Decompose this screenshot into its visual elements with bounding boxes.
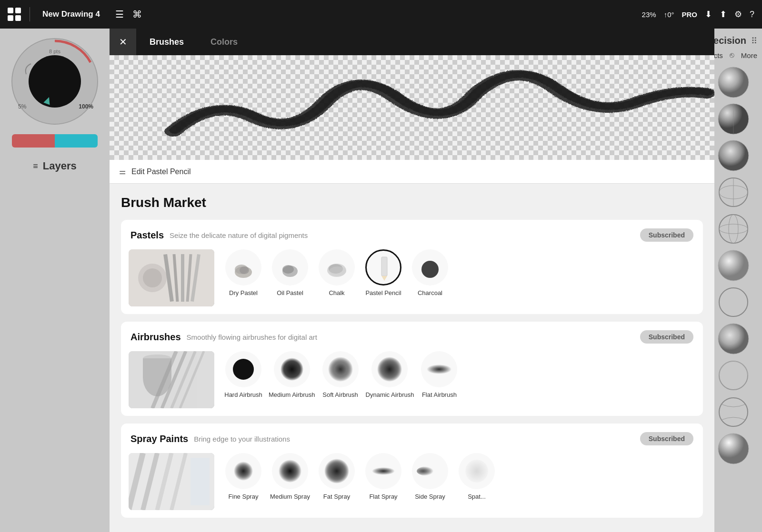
svg-point-14: [719, 288, 748, 316]
svg-point-38: [423, 263, 433, 272]
sphere-thumb-2[interactable]: [716, 102, 751, 136]
settings-icon[interactable]: ⚙: [734, 9, 742, 20]
opacity-right: 100%: [79, 103, 93, 110]
brush-item-pastel-pencil[interactable]: Pastel Pencil: [362, 249, 405, 297]
airbrushes-header: Airbrushes Smoothly flowing airbrushes f…: [121, 322, 703, 344]
svg-point-13: [718, 250, 749, 281]
spray-paints-subscribed-badge: Subscribed: [640, 432, 693, 445]
charcoal-icon: [415, 252, 445, 283]
brush-item-charcoal[interactable]: Charcoal: [409, 249, 451, 297]
download-icon[interactable]: ⬇: [705, 9, 712, 20]
layers-button[interactable]: ≡ Layers: [27, 157, 82, 175]
brush-tool-icon[interactable]: ⌘: [132, 9, 142, 20]
fine-spray-label: Fine Spray: [229, 493, 259, 501]
sphere-thumb-4[interactable]: [716, 175, 751, 209]
airbrushes-content: Hard Airbrush: [121, 344, 703, 416]
zoom-display: 23%: [642, 10, 656, 19]
svg-point-62: [417, 466, 438, 476]
brush-item-fat-spray[interactable]: Fat Spray: [315, 453, 358, 501]
grid-dots-icon[interactable]: ⠿: [751, 36, 757, 46]
more-label[interactable]: More: [741, 51, 757, 59]
left-panel: 8 pts 5% 100% ≡ Layers: [0, 29, 110, 532]
pro-badge: PRO: [682, 10, 697, 19]
pastels-preview-svg: [129, 249, 214, 306]
brush-item-side-spray[interactable]: Side Spray: [409, 453, 451, 501]
oil-pastel-icon: [275, 252, 305, 283]
sphere-thumb-5[interactable]: [716, 212, 751, 246]
object-tool-icon[interactable]: ⎋: [730, 51, 734, 59]
medium-airbrush-icon: [277, 354, 307, 384]
airbrushes-preview-svg: [129, 351, 214, 408]
modal-header: ✕ Brushes Colors: [110, 29, 714, 55]
svg-point-11: [719, 224, 748, 234]
brush-item-soft-airbrush[interactable]: Soft Airbrush: [319, 351, 362, 399]
brush-item-hard-airbrush[interactable]: Hard Airbrush: [222, 351, 265, 399]
brush-item-fine-spray[interactable]: Fine Spray: [222, 453, 265, 501]
svg-point-50: [377, 357, 402, 382]
flat-spray-label: Flat Spray: [369, 493, 397, 501]
sphere-thumb-9[interactable]: [716, 358, 751, 393]
svg-marker-36: [381, 276, 387, 281]
brush-item-medium-airbrush[interactable]: Medium Airbrush: [269, 351, 315, 399]
sphere-thumb-6[interactable]: [716, 248, 751, 283]
dynamic-airbrush-icon: [374, 354, 405, 384]
color-red[interactable]: [12, 134, 55, 148]
topbar-left: New Drawing 4 ☰ ⌘: [8, 7, 142, 21]
category-pastels: Pastels Seize the delicate nature of dig…: [121, 220, 703, 314]
color-teal[interactable]: [55, 134, 98, 148]
brush-item-oil-pastel[interactable]: Oil Pastel: [269, 249, 311, 297]
layers-icon: ≡: [33, 161, 38, 171]
brush-item-dynamic-airbrush[interactable]: Dynamic Airbrush: [366, 351, 414, 399]
svg-point-58: [234, 462, 253, 481]
svg-rect-35: [381, 257, 387, 276]
edit-pastel-label[interactable]: Edit Pastel Pencil: [131, 167, 191, 176]
spray-paints-desc: Bring edge to your illustrations: [194, 435, 290, 443]
menu-icon[interactable]: ☰: [115, 9, 124, 20]
topbar-icons: ☰ ⌘: [115, 9, 142, 20]
pastel-pencil-label: Pastel Pencil: [365, 289, 401, 297]
sliders-icon: ⚌: [119, 167, 126, 176]
svg-rect-57: [190, 458, 210, 505]
spray-paints-brush-items: Fine Spray: [214, 453, 703, 510]
svg-point-31: [282, 265, 294, 274]
color-bar[interactable]: [12, 134, 98, 148]
brush-item-flat-spray[interactable]: Flat Spray: [362, 453, 405, 501]
sphere-thumb-8[interactable]: [716, 322, 751, 356]
brush-item-dry-pastel[interactable]: Dry Pastel: [222, 249, 265, 297]
soft-airbrush-icon: [325, 354, 356, 384]
sphere-thumb-10[interactable]: [716, 395, 751, 429]
svg-point-12: [729, 215, 738, 243]
fat-spray-label: Fat Spray: [323, 493, 350, 501]
help-icon[interactable]: ?: [750, 10, 754, 20]
brush-item-medium-spray[interactable]: Medium Spray: [269, 453, 311, 501]
fat-spray-icon: [321, 456, 352, 486]
grid-icon[interactable]: [8, 8, 21, 21]
flat-spray-icon: [368, 456, 399, 486]
app-title: New Drawing 4: [42, 10, 100, 19]
svg-point-21: [143, 268, 162, 287]
category-airbrushes: Airbrushes Smoothly flowing airbrushes f…: [121, 322, 703, 416]
svg-point-10: [719, 215, 748, 243]
upload-icon[interactable]: ⬆: [720, 9, 727, 20]
spray-paints-preview-svg: [129, 453, 214, 510]
svg-point-15: [718, 324, 749, 354]
brush-item-flat-airbrush[interactable]: Flat Airbrush: [418, 351, 461, 399]
svg-point-61: [372, 467, 395, 475]
brush-size-label: 8 pts: [49, 49, 60, 54]
category-spray-paints: Spray Paints Bring edge to your illustra…: [121, 424, 703, 518]
svg-point-1: [29, 55, 81, 108]
modal-close-button[interactable]: ✕: [110, 29, 136, 55]
brush-item-chalk[interactable]: Chalk: [315, 249, 358, 297]
modal-scroll-content: Brush Market Pastels Seize the delicate …: [110, 184, 714, 532]
sphere-thumb-1[interactable]: [716, 65, 751, 99]
tab-brushes[interactable]: Brushes: [136, 29, 197, 55]
angle-display: ↑0°: [664, 10, 674, 19]
tab-colors[interactable]: Colors: [197, 29, 251, 55]
chalk-label: Chalk: [329, 289, 344, 297]
brush-item-spat[interactable]: Spat...: [455, 453, 498, 501]
sphere-thumb-3[interactable]: [716, 138, 751, 173]
svg-point-59: [279, 460, 301, 483]
sphere-thumb-11[interactable]: [716, 432, 751, 466]
brush-modal: ✕ Brushes Colors: [110, 29, 714, 532]
sphere-thumb-7[interactable]: [716, 285, 751, 319]
